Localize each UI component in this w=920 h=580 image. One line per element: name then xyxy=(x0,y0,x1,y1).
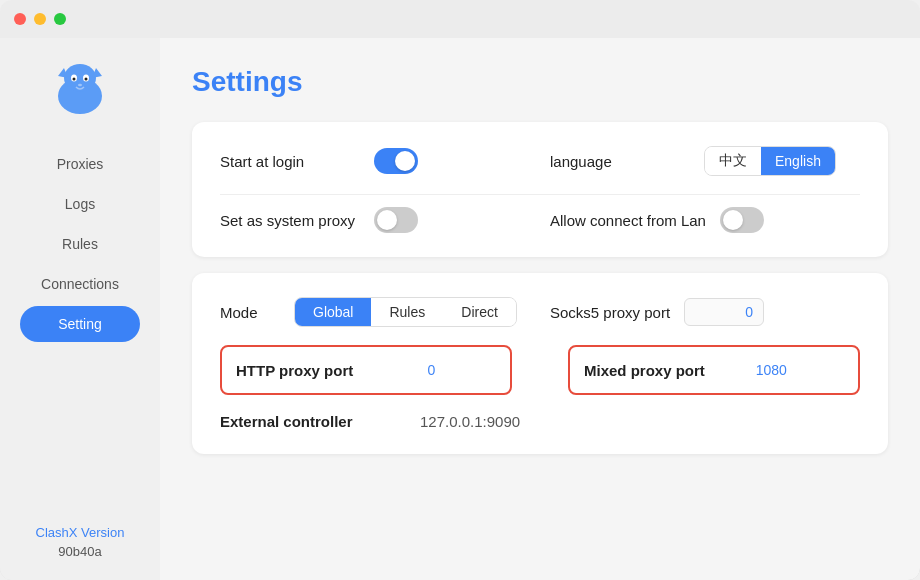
row-http-mixed: HTTP proxy port Mixed proxy port xyxy=(220,345,860,395)
system-proxy-section: Set as system proxy xyxy=(220,207,530,233)
mode-ports-card: Mode Global Rules Direct Socks5 proxy po… xyxy=(192,273,888,454)
mode-btn-global[interactable]: Global xyxy=(295,298,371,326)
toggle-knob-3 xyxy=(723,210,743,230)
mixed-proxy-input[interactable] xyxy=(717,357,797,383)
divider-1 xyxy=(220,194,860,195)
sidebar-item-setting[interactable]: Setting xyxy=(20,306,140,342)
language-section: language 中文 English xyxy=(550,146,860,176)
titlebar xyxy=(0,0,920,38)
start-at-login-label: Start at login xyxy=(220,153,360,170)
socks5-port-input[interactable] xyxy=(684,298,764,326)
mode-group: Global Rules Direct xyxy=(294,297,517,327)
sidebar-item-connections[interactable]: Connections xyxy=(20,266,140,302)
page-title: Settings xyxy=(192,66,888,98)
app-window: Proxies Logs Rules Connections Setting C… xyxy=(0,0,920,580)
svg-point-7 xyxy=(85,78,88,81)
mode-section: Mode Global Rules Direct xyxy=(220,297,530,327)
sidebar-footer: ClashX Version 90b40a xyxy=(36,525,125,560)
lang-btn-en[interactable]: English xyxy=(761,147,835,175)
lang-btn-zh[interactable]: 中文 xyxy=(705,147,761,175)
svg-point-1 xyxy=(64,64,96,92)
main-content: Proxies Logs Rules Connections Setting C… xyxy=(0,38,920,580)
minimize-button[interactable] xyxy=(34,13,46,25)
settings-page: Settings Start at login language 中文 xyxy=(160,38,920,580)
language-label: language xyxy=(550,153,690,170)
svg-point-6 xyxy=(73,78,76,81)
start-at-login-toggle[interactable] xyxy=(374,148,418,174)
toggle-knob-2 xyxy=(377,210,397,230)
start-at-login-section: Start at login xyxy=(220,148,530,174)
language-group: 中文 English xyxy=(704,146,836,176)
sidebar-item-rules[interactable]: Rules xyxy=(20,226,140,262)
http-proxy-field: HTTP proxy port xyxy=(220,345,512,395)
row-external-controller: External controller 127.0.0.1:9090 xyxy=(220,413,860,430)
sidebar-item-logs[interactable]: Logs xyxy=(20,186,140,222)
system-proxy-label: Set as system proxy xyxy=(220,212,360,229)
system-proxy-toggle[interactable] xyxy=(374,207,418,233)
socks5-label: Socks5 proxy port xyxy=(550,304,670,321)
version-link[interactable]: ClashX Version xyxy=(36,525,125,540)
mixed-proxy-field: Mixed proxy port xyxy=(568,345,860,395)
toggle-knob xyxy=(395,151,415,171)
http-proxy-input[interactable] xyxy=(365,357,445,383)
mode-btn-rules[interactable]: Rules xyxy=(371,298,443,326)
app-logo xyxy=(48,58,112,122)
sidebar: Proxies Logs Rules Connections Setting C… xyxy=(0,38,160,580)
svg-point-8 xyxy=(78,84,82,86)
version-hash: 90b40a xyxy=(58,544,101,559)
socks5-section: Socks5 proxy port xyxy=(550,298,860,326)
row-mode-socks5: Mode Global Rules Direct Socks5 proxy po… xyxy=(220,297,860,327)
close-button[interactable] xyxy=(14,13,26,25)
maximize-button[interactable] xyxy=(54,13,66,25)
sidebar-nav: Proxies Logs Rules Connections Setting xyxy=(0,146,160,342)
sidebar-item-proxies[interactable]: Proxies xyxy=(20,146,140,182)
allow-lan-label: Allow connect from Lan xyxy=(550,212,706,229)
http-proxy-label: HTTP proxy port xyxy=(236,362,353,379)
mixed-proxy-label: Mixed proxy port xyxy=(584,362,705,379)
ext-controller-value: 127.0.0.1:9090 xyxy=(420,413,520,430)
allow-lan-section: Allow connect from Lan xyxy=(550,207,860,233)
allow-lan-toggle[interactable] xyxy=(720,207,764,233)
general-settings-card: Start at login language 中文 English xyxy=(192,122,888,257)
mode-label: Mode xyxy=(220,304,280,321)
ext-controller-label: External controller xyxy=(220,413,400,430)
row-proxy-lan: Set as system proxy Allow connect from L… xyxy=(220,207,860,233)
row-start-language: Start at login language 中文 English xyxy=(220,146,860,176)
mode-btn-direct[interactable]: Direct xyxy=(443,298,516,326)
